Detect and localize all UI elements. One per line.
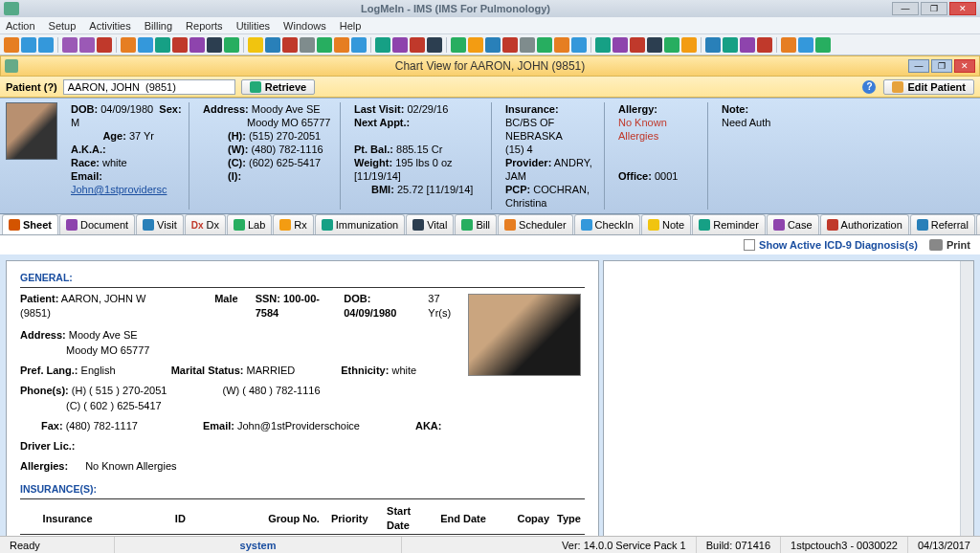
toolbar-icon-28[interactable] [520, 37, 535, 53]
toolbar-icon-14[interactable] [265, 37, 280, 53]
menu-action[interactable]: Action [6, 20, 35, 32]
toolbar-icon-0[interactable] [4, 37, 19, 53]
toolbar-icon-12[interactable] [224, 37, 239, 53]
toolbar-icon-18[interactable] [334, 37, 349, 53]
tab-scheduler[interactable]: Scheduler [498, 214, 573, 234]
toolbar-icon-2[interactable] [38, 37, 54, 53]
tab-note[interactable]: Note [641, 214, 691, 234]
toolbar-icon-8[interactable] [155, 37, 170, 53]
toolbar-icon-6[interactable] [121, 37, 136, 53]
toolbar-icon-34[interactable] [630, 37, 645, 53]
tab-icon [279, 219, 291, 231]
toolbar-icon-19[interactable] [351, 37, 367, 53]
tab-visit[interactable]: Visit [136, 214, 184, 234]
tab-authorization[interactable]: Authorization [820, 214, 909, 234]
toolbar-icon-24[interactable] [451, 37, 466, 53]
toolbar-icon-3[interactable] [62, 37, 78, 53]
edit-patient-button[interactable]: Edit Patient [883, 79, 974, 95]
toolbar-icon-1[interactable] [21, 37, 36, 53]
toolbar-icon-27[interactable] [502, 37, 518, 53]
toolbar-icon-11[interactable] [207, 37, 222, 53]
tab-checkin[interactable]: CheckIn [574, 214, 640, 234]
show-icd9-toggle[interactable]: Show Active ICD-9 Diagnosis(s) [744, 239, 918, 251]
print-label: Print [947, 239, 970, 251]
tab-faxsent[interactable]: Fax Sent [976, 214, 980, 234]
chart-window-close-button[interactable]: ✕ [954, 59, 975, 73]
tab-label: Authorization [841, 219, 902, 231]
tab-dx[interactable]: DxDx [185, 214, 226, 234]
tab-reminder[interactable]: Reminder [692, 214, 766, 234]
window-maximize-button[interactable]: ❐ [921, 2, 947, 15]
toolbar-icon-35[interactable] [647, 37, 662, 53]
scrollbar[interactable] [960, 261, 973, 553]
help-icon[interactable]: ? [862, 80, 876, 94]
toolbar-icon-22[interactable] [410, 37, 425, 53]
toolbar-icon-20[interactable] [375, 37, 390, 53]
toolbar-icon-13[interactable] [248, 37, 263, 53]
toolbar-icon-30[interactable] [554, 37, 569, 53]
toolbar-icon-15[interactable] [282, 37, 298, 53]
lastvisit-value: 02/29/16 [407, 103, 448, 115]
tab-rx[interactable]: Rx [273, 214, 313, 234]
toolbar-icon-31[interactable] [571, 37, 587, 53]
toolbar-icon-5[interactable] [97, 37, 112, 53]
toolbar-icon-29[interactable] [537, 37, 552, 53]
window-close-button[interactable]: ✕ [949, 2, 976, 15]
chart-window-title: Chart View for AARON, JOHN (9851) [395, 59, 586, 73]
retrieve-button[interactable]: Retrieve [241, 79, 315, 95]
insurance-heading: INSURANCE(S): [20, 482, 585, 497]
toolbar-icon-40[interactable] [740, 37, 755, 53]
email-value[interactable]: John@1stprovidersc [71, 184, 167, 195]
toolbar-icon-38[interactable] [705, 37, 721, 53]
tab-bill[interactable]: Bill [455, 214, 497, 234]
chart-window-maximize-button[interactable]: ❐ [931, 59, 952, 73]
window-minimize-button[interactable]: — [892, 2, 919, 15]
tab-case[interactable]: Case [767, 214, 819, 234]
c-fax-label: Fax: [41, 420, 63, 431]
tab-lab[interactable]: Lab [227, 214, 272, 234]
toolbar-icon-43[interactable] [798, 37, 813, 53]
toolbar-icon-21[interactable] [392, 37, 408, 53]
col-start: Start Date [383, 503, 436, 535]
toolbar-icon-32[interactable] [595, 37, 611, 53]
tab-sheet[interactable]: Sheet [2, 214, 58, 234]
toolbar-icon-37[interactable] [681, 37, 697, 53]
toolbar-icon-4[interactable] [79, 37, 95, 53]
tab-icon [648, 219, 659, 231]
c-addr2: Moody MO 65777 [66, 343, 149, 358]
toolbar-icon-26[interactable] [485, 37, 501, 53]
menu-setup[interactable]: Setup [49, 20, 77, 32]
print-button[interactable]: Print [929, 239, 970, 251]
menu-billing[interactable]: Billing [145, 20, 172, 32]
menu-utilities[interactable]: Utilities [236, 20, 270, 32]
toolbar-icon-33[interactable] [612, 37, 628, 53]
toolbar-icon-17[interactable] [317, 37, 332, 53]
menu-activities[interactable]: Activities [89, 20, 130, 32]
toolbar-icon-9[interactable] [172, 37, 188, 53]
menu-reports[interactable]: Reports [186, 20, 223, 32]
toolbar-icon-42[interactable] [781, 37, 796, 53]
tab-document[interactable]: Document [59, 214, 135, 234]
menu-windows[interactable]: Windows [283, 20, 326, 32]
menu-help[interactable]: Help [340, 20, 362, 32]
toolbar-icon-44[interactable] [815, 37, 831, 53]
dob-label: DOB: [71, 103, 98, 115]
toolbar-icon-36[interactable] [664, 37, 679, 53]
patient-input[interactable] [63, 79, 235, 95]
tab-referral[interactable]: Referral [910, 214, 975, 234]
toolbar-icon-41[interactable] [757, 37, 772, 53]
c-phone-w: (W) ( 480 ) 782-1116 [222, 384, 320, 398]
toolbar-icon-25[interactable] [468, 37, 483, 53]
toolbar-icon-23[interactable] [427, 37, 442, 53]
c-phone-c: (C) ( 602 ) 625-5417 [66, 399, 162, 413]
c-ms-value: MARRIED [247, 365, 296, 376]
sex-value: M [71, 117, 79, 128]
toolbar-icon-16[interactable] [300, 37, 315, 53]
toolbar-icon-39[interactable] [723, 37, 738, 53]
toolbar-icon-7[interactable] [138, 37, 153, 53]
chart-window-minimize-button[interactable]: — [908, 59, 929, 73]
status-build: Build: 071416 [697, 537, 781, 553]
tab-vital[interactable]: Vital [406, 214, 454, 234]
toolbar-icon-10[interactable] [189, 37, 205, 53]
tab-immunization[interactable]: Immunization [315, 214, 405, 234]
